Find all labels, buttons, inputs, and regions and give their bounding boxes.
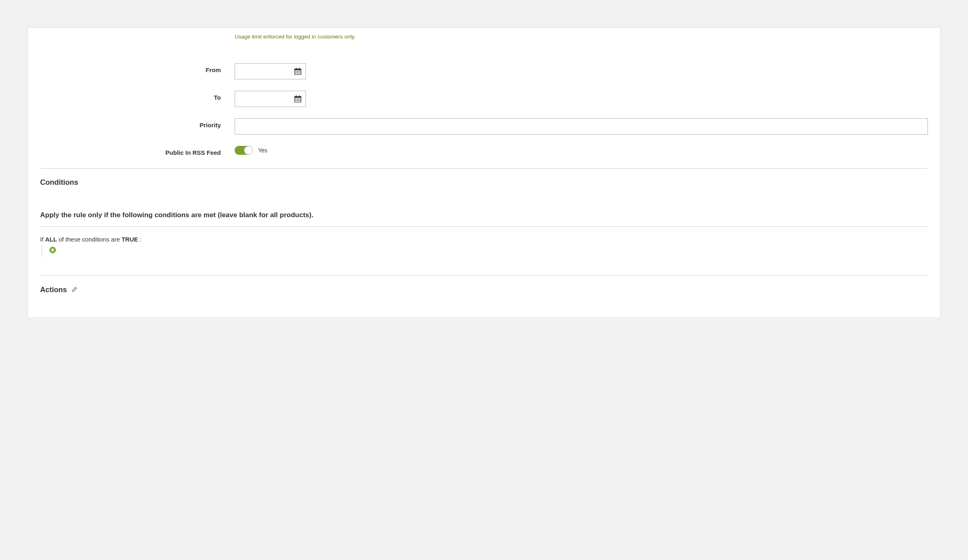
svg-rect-14 bbox=[296, 96, 297, 97]
actions-section-header: Actions bbox=[40, 276, 928, 305]
svg-rect-11 bbox=[300, 73, 301, 73]
rss-toggle-wrap: Yes bbox=[235, 146, 267, 155]
cond-pre: If bbox=[40, 236, 45, 243]
from-label: From bbox=[40, 63, 235, 73]
svg-rect-17 bbox=[297, 99, 298, 100]
svg-rect-10 bbox=[298, 73, 299, 73]
cond-mid: of these conditions are bbox=[57, 236, 122, 243]
conditions-intro: Apply the rule only if the following con… bbox=[40, 211, 928, 227]
svg-rect-18 bbox=[298, 99, 299, 100]
priority-input[interactable] bbox=[235, 118, 928, 135]
priority-label: Priority bbox=[40, 118, 235, 128]
svg-rect-5 bbox=[297, 71, 298, 72]
svg-rect-1 bbox=[295, 69, 301, 71]
conditions-block: If ALL of these conditions are TRUE : bbox=[40, 227, 928, 257]
to-date-wrapper bbox=[235, 91, 306, 107]
calendar-icon[interactable] bbox=[290, 91, 306, 107]
actions-title: Actions bbox=[40, 286, 67, 294]
svg-rect-23 bbox=[300, 100, 301, 101]
svg-rect-9 bbox=[297, 73, 298, 73]
from-date-wrapper bbox=[235, 63, 306, 79]
pencil-icon[interactable] bbox=[72, 286, 78, 294]
cond-value-link[interactable]: TRUE bbox=[122, 236, 138, 243]
svg-rect-16 bbox=[295, 99, 296, 100]
svg-rect-7 bbox=[300, 71, 301, 72]
form-panel: Usage limit enforced for logged in custo… bbox=[28, 28, 940, 318]
svg-rect-3 bbox=[299, 68, 300, 70]
to-row: To bbox=[40, 91, 928, 107]
from-row: From bbox=[40, 63, 928, 79]
conditions-sentence: If ALL of these conditions are TRUE : bbox=[40, 227, 928, 245]
svg-rect-6 bbox=[298, 71, 299, 72]
svg-rect-20 bbox=[295, 100, 296, 101]
svg-rect-4 bbox=[295, 71, 296, 72]
condition-children bbox=[42, 245, 928, 257]
svg-rect-15 bbox=[299, 96, 300, 97]
priority-row: Priority bbox=[40, 118, 928, 135]
svg-rect-21 bbox=[297, 100, 298, 101]
rss-toggle-value: Yes bbox=[258, 147, 267, 154]
to-label: To bbox=[40, 91, 235, 101]
add-condition-icon[interactable] bbox=[49, 247, 56, 253]
calendar-icon[interactable] bbox=[290, 64, 306, 79]
svg-rect-19 bbox=[300, 99, 301, 100]
svg-rect-22 bbox=[298, 100, 299, 101]
usage-limit-note: Usage limit enforced for logged in custo… bbox=[235, 34, 928, 40]
rss-toggle[interactable] bbox=[235, 146, 252, 155]
cond-post: : bbox=[138, 236, 141, 243]
from-date-input[interactable] bbox=[235, 64, 290, 79]
svg-rect-13 bbox=[295, 96, 301, 98]
to-date-input[interactable] bbox=[235, 91, 290, 107]
svg-rect-8 bbox=[295, 73, 296, 73]
svg-rect-2 bbox=[296, 68, 297, 70]
toggle-knob bbox=[244, 146, 253, 155]
cond-aggregator-link[interactable]: ALL bbox=[45, 236, 57, 243]
rss-row: Public In RSS Feed Yes bbox=[40, 146, 928, 156]
usage-note-row: Usage limit enforced for logged in custo… bbox=[40, 28, 928, 52]
conditions-title: Conditions bbox=[40, 169, 928, 197]
empty-label bbox=[40, 28, 235, 31]
rss-label: Public In RSS Feed bbox=[40, 146, 235, 156]
